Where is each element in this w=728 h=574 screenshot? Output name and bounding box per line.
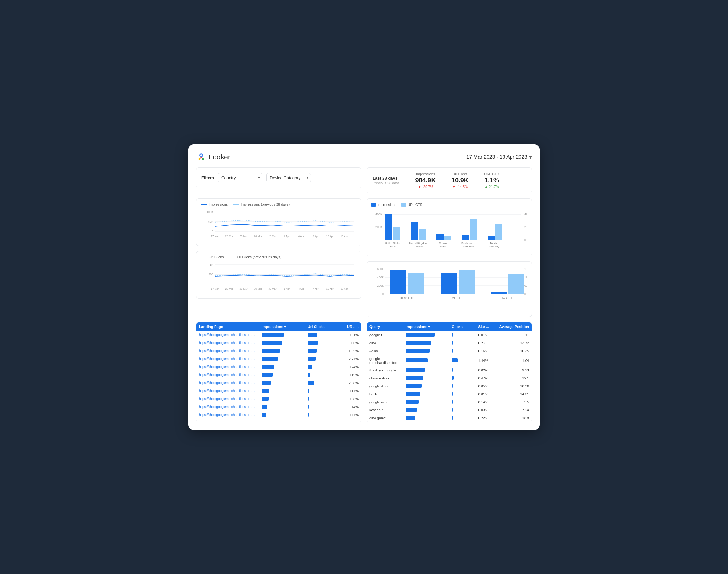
legend-clicks-label: Url Clicks <box>209 255 223 259</box>
svg-text:1%: 1% <box>524 276 527 279</box>
q-query-cell: google t <box>367 331 403 339</box>
legend-country-imp-label: Impressions <box>377 203 396 207</box>
q-avg-pos-cell: 12.1 <box>495 374 531 382</box>
q-imp-bar <box>406 349 430 353</box>
svg-text:TABLET: TABLET <box>501 296 512 300</box>
url-clicks-chart-legend: Url Clicks Url Clicks (previous 28 days) <box>201 255 357 259</box>
q-query-cell: bottle <box>367 390 403 398</box>
lp-url-cell: https://shop.googlemerchandisestore.com/… <box>197 379 259 387</box>
q-col-site[interactable]: Site ... <box>476 322 496 331</box>
lp-url-cell: https://shop.googlemerchandisestore.com/… <box>197 339 259 347</box>
charts-section: Impressions Impressions (previous 28 day… <box>196 198 532 317</box>
bar-uk-ctr <box>419 229 426 240</box>
q-site-cell: 0.2% <box>476 339 496 347</box>
q-imp-bar-cell <box>403 366 449 374</box>
lp-imp-bar <box>261 381 271 384</box>
lp-url-cell: https://shop.googlemerchandisestore.com/… <box>197 403 259 411</box>
bar-tr-ctr <box>495 224 502 240</box>
stat-divider-1 <box>407 174 408 187</box>
lp-col-impressions[interactable]: Impressions ▾ <box>259 322 305 331</box>
bar-mobile-imp <box>441 273 457 294</box>
lp-ctr-cell: 0.45% <box>335 371 361 379</box>
legend-impressions: Impressions <box>201 203 228 206</box>
lp-imp-bar <box>261 413 266 416</box>
impressions-chart-legend: Impressions Impressions (previous 28 day… <box>201 203 357 206</box>
query-table-row: dino 0.2% 13.72 <box>367 339 531 347</box>
q-imp-bar <box>406 341 431 345</box>
date-range-selector[interactable]: 17 Mar 2023 - 13 Apr 2023 ▾ <box>467 154 532 161</box>
lp-col-url-clicks[interactable]: Url Clicks <box>305 322 335 331</box>
svg-text:0: 0 <box>212 282 213 286</box>
legend-clicks: Url Clicks <box>201 255 223 259</box>
q-avg-pos-cell: 5.5 <box>495 398 531 406</box>
impressions-label: Impressions <box>415 172 436 176</box>
landing-page-table: Landing Page Impressions ▾ Url Clicks UR… <box>196 322 361 422</box>
url-clicks-chart-box: Url Clicks Url Clicks (previous 28 days)… <box>196 251 361 299</box>
lp-ctr-cell: 0.08% <box>335 395 361 403</box>
lp-click-bar-cell <box>305 387 335 395</box>
q-imp-bar <box>406 358 428 362</box>
bar-sk-imp <box>462 235 469 240</box>
svg-text:United Kingdom: United Kingdom <box>409 242 428 245</box>
svg-text:200K: 200K <box>376 226 382 229</box>
q-avg-pos-cell: 9.33 <box>495 366 531 374</box>
lp-imp-bar-cell <box>259 371 305 379</box>
lp-imp-bar-cell <box>259 395 305 403</box>
q-query-cell: thank you google <box>367 366 403 374</box>
lp-click-bar-cell <box>305 395 335 403</box>
bar-ru-imp <box>436 235 443 240</box>
bar-desktop-ctr <box>408 274 424 294</box>
legend-clicks-line <box>201 257 207 257</box>
device-chart-svg: 600K 400K 200K 0 1.5% 1% 0.5% 0% <box>371 265 527 312</box>
lp-click-bar <box>308 373 310 377</box>
svg-text:20 Mar: 20 Mar <box>225 235 233 238</box>
q-site-cell: 0.01% <box>476 331 496 339</box>
impressions-chart-box: Impressions Impressions (previous 28 day… <box>196 198 361 246</box>
device-chart-box: 600K 400K 200K 0 1.5% 1% 0.5% 0% <box>367 261 532 317</box>
svg-text:23 Mar: 23 Mar <box>240 235 248 238</box>
lp-ctr-cell: 1.95% <box>335 347 361 355</box>
svg-text:400K: 400K <box>377 276 384 279</box>
lp-imp-bar-cell <box>259 411 305 419</box>
q-col-query[interactable]: Query <box>367 322 403 331</box>
svg-text:4%: 4% <box>524 213 527 216</box>
lp-imp-bar-cell <box>259 347 305 355</box>
country-filter[interactable]: Country <box>218 173 262 182</box>
svg-text:7 Apr: 7 Apr <box>312 287 319 290</box>
device-category-filter[interactable]: Device Category <box>266 173 311 182</box>
q-query-cell: keychain <box>367 406 403 414</box>
lp-imp-bar-cell <box>259 379 305 387</box>
landing-page-table-row: https://shop.googlemerchandisestore.com/… <box>197 363 361 371</box>
left-charts: Impressions Impressions (previous 28 day… <box>196 198 361 317</box>
stats-period-sub: Previous 28 days <box>373 181 399 185</box>
url-ctr-label: URL CTR <box>484 172 499 176</box>
q-site-cell: 0.02% <box>476 366 496 374</box>
lp-click-bar <box>308 365 312 369</box>
lp-click-bar <box>308 381 314 384</box>
q-avg-pos-cell: 10.96 <box>495 382 531 390</box>
q-col-avg-pos[interactable]: Average Position <box>495 322 531 331</box>
logo: Looker <box>196 152 230 162</box>
q-imp-bar-cell <box>403 347 449 355</box>
lp-col-landing-page[interactable]: Landing Page <box>197 322 259 331</box>
lp-url-cell: https://shop.googlemerchandisestore.com/… <box>197 371 259 379</box>
lp-imp-bar <box>261 397 268 401</box>
landing-page-table-row: https://shop.googlemerchandisestore.com/… <box>197 355 361 363</box>
q-col-clicks[interactable]: Clicks <box>449 322 476 331</box>
lp-url-cell: https://shop.googlemerchandisestore.com/… <box>197 363 259 371</box>
lp-url-cell: https://shop.googlemerchandisestore.com/… <box>197 411 259 419</box>
lp-click-bar <box>308 413 309 416</box>
right-charts: Impressions URL CTR 400K 200K 0 4% 2% 0% <box>367 198 532 317</box>
looker-logo-icon <box>196 152 206 162</box>
svg-text:100K: 100K <box>207 210 213 214</box>
legend-clicks-prev-line <box>229 257 235 257</box>
q-site-cell: 0.22% <box>476 414 496 422</box>
url-clicks-label: Url Clicks <box>452 172 468 176</box>
stats-period-info: Last 28 days Previous 28 days <box>373 176 399 185</box>
impressions-chart-svg: 100K 50K 0 17 Mar 20 Mar 23 Mar 26 Mar 2… <box>201 209 357 241</box>
query-table-row: google merchandise store 1.44% 1.04 <box>367 355 531 366</box>
q-click-bar-cell <box>449 414 476 422</box>
q-col-impressions[interactable]: Impressions ▾ <box>403 322 449 331</box>
lp-col-url-ctr[interactable]: URL ... <box>335 322 361 331</box>
lp-click-bar <box>308 349 317 353</box>
